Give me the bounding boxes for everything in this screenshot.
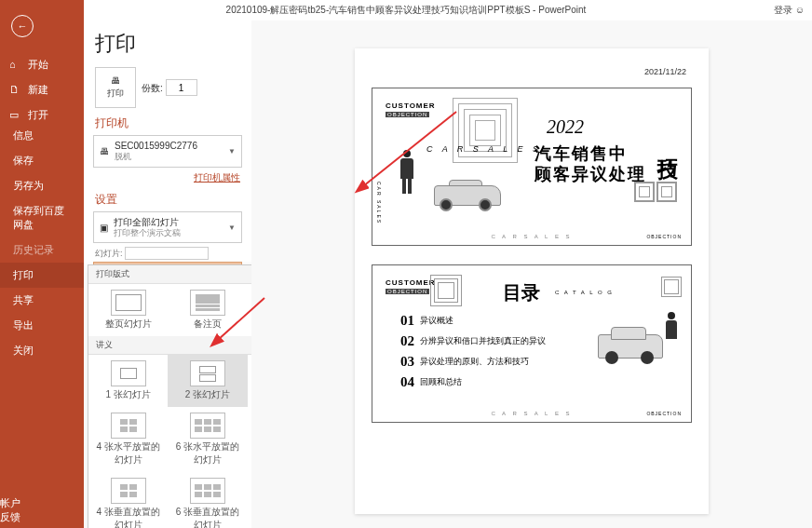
print-preview: 2021/11/22 CUSTOMEROBJECTION CAR SALES C… xyxy=(251,20,812,528)
nav-new[interactable]: 🗋新建 xyxy=(0,77,84,102)
car-illustration xyxy=(426,172,508,213)
person-illustration xyxy=(399,150,415,195)
printer-properties-link[interactable]: 打印机属性 xyxy=(89,171,246,184)
open-icon: ▭ xyxy=(9,109,22,122)
panel-heading: 打印 xyxy=(95,30,246,58)
opt-notes[interactable]: 备注页 xyxy=(168,284,247,336)
opt-4h[interactable]: 4 张水平放置的幻灯片 xyxy=(88,407,168,472)
nav-top: ⌂开始 🗋新建 ▭打开 xyxy=(0,52,84,128)
printer-select[interactable]: 🖶 SEC0015999C2776 脱机 ▼ xyxy=(93,135,242,168)
page-date: 2021/11/22 xyxy=(644,67,686,76)
nav-history[interactable]: 历史记录 xyxy=(0,237,84,263)
opt-6h[interactable]: 6 张水平放置的幻灯片 xyxy=(168,407,247,472)
nav-feedback[interactable]: 反馈 xyxy=(0,510,84,524)
nav-home[interactable]: ⌂开始 xyxy=(0,52,84,77)
nav-baidu[interactable]: 保存到百度网盘 xyxy=(0,198,84,237)
chevron-down-icon: ▼ xyxy=(228,223,236,232)
nav-main: 信息 保存 另存为 保存到百度网盘 历史记录 打印 共享 导出 关闭 xyxy=(0,123,84,363)
slides-icon: ▣ xyxy=(100,223,108,233)
home-icon: ⌂ xyxy=(9,59,22,72)
nav-close[interactable]: 关闭 xyxy=(0,338,84,363)
backstage-sidebar: ← ⌂开始 🗋新建 ▭打开 信息 保存 另存为 保存到百度网盘 历史记录 打印 … xyxy=(0,0,84,528)
slide-1: CUSTOMEROBJECTION CAR SALES C A R S A L … xyxy=(372,88,692,246)
new-icon: 🗋 xyxy=(9,84,22,97)
nav-account[interactable]: 帐户 xyxy=(0,496,84,510)
slides-range-input[interactable] xyxy=(125,247,209,260)
slides-label: 幻灯片: xyxy=(95,247,246,260)
preview-page: 2021/11/22 CUSTOMEROBJECTION CAR SALES C… xyxy=(355,48,709,514)
printer-section-heading: 打印机 xyxy=(95,115,246,131)
opt-2slide[interactable]: 2 张幻灯片 xyxy=(168,355,247,407)
nav-info[interactable]: 信息 xyxy=(0,123,84,148)
opt-4v[interactable]: 4 张垂直放置的幻灯片 xyxy=(88,472,168,528)
nav-print[interactable]: 打印 xyxy=(0,263,84,288)
title-bar: 20210109-解压密码tb25-汽车销售中顾客异议处理技巧知识培训PPT模板… xyxy=(0,0,812,20)
car-illustration-2 xyxy=(589,312,672,368)
login-link[interactable]: 登录 ☺ xyxy=(774,4,805,17)
nav-export[interactable]: 导出 xyxy=(0,313,84,338)
arrow-left-icon: ← xyxy=(18,20,28,32)
nav-share[interactable]: 共享 xyxy=(0,288,84,313)
print-scope-select[interactable]: ▣ 打印全部幻灯片 打印整个演示文稿 ▼ xyxy=(93,211,242,244)
slide-2: CUSTOMEROBJECTION 目录 C A T A L O G 01异议概… xyxy=(372,264,692,423)
copies-field: 份数: xyxy=(142,79,197,96)
chevron-down-icon: ▼ xyxy=(228,147,236,156)
printer-icon: 🖶 xyxy=(100,146,109,156)
print-button[interactable]: 🖶 打印 xyxy=(95,67,136,108)
opt-fullpage[interactable]: 整页幻灯片 xyxy=(88,284,168,336)
document-title: 20210109-解压密码tb25-汽车销售中顾客异议处理技巧知识培训PPT模板… xyxy=(226,4,587,17)
back-button[interactable]: ← xyxy=(11,15,34,37)
nav-bottom: 帐户 反馈 xyxy=(0,496,84,524)
nav-saveas[interactable]: 另存为 xyxy=(0,173,84,198)
nav-save[interactable]: 保存 xyxy=(0,148,84,173)
settings-section-heading: 设置 xyxy=(95,192,246,208)
opt-1slide[interactable]: 1 张幻灯片 xyxy=(88,355,168,407)
opt-6v[interactable]: 6 张垂直放置的幻灯片 xyxy=(168,472,247,528)
copies-input[interactable] xyxy=(166,79,197,96)
printer-icon: 🖶 xyxy=(111,75,120,86)
